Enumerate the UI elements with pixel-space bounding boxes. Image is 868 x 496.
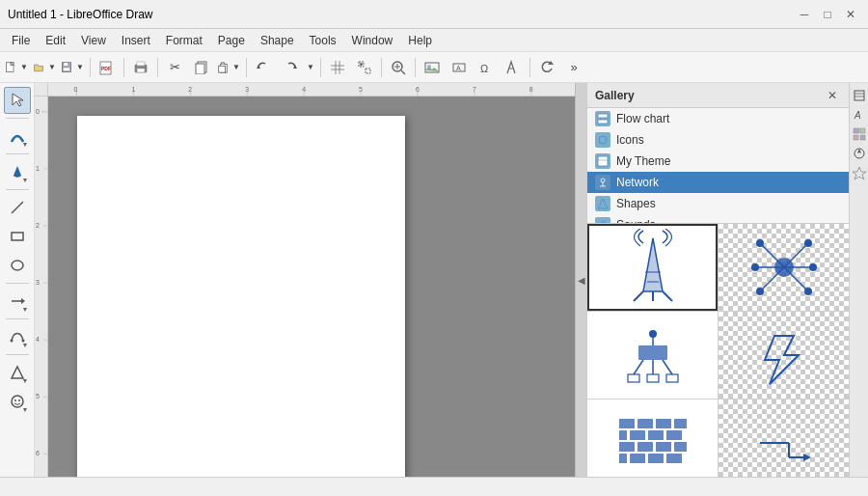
undo-button[interactable]	[251, 55, 276, 80]
svg-line-106	[760, 267, 784, 291]
gallery-button[interactable]	[851, 125, 868, 143]
open-dropdown[interactable]: ▼	[46, 55, 58, 80]
gallery-header: Gallery ✕	[587, 83, 849, 108]
menu-view[interactable]: View	[73, 32, 114, 49]
canvas-inner[interactable]	[48, 96, 575, 477]
menu-file[interactable]: File	[4, 32, 38, 49]
save-button[interactable]	[60, 55, 73, 80]
line-color-tool[interactable]: ▼	[4, 123, 31, 150]
svg-text:3: 3	[36, 279, 40, 286]
more-button[interactable]: »	[561, 55, 586, 80]
svg-text:6: 6	[416, 86, 420, 93]
paste-dropdown[interactable]: ▼	[231, 55, 242, 80]
arrow-tool[interactable]: ▼	[4, 288, 31, 315]
new-dropdown[interactable]: ▼	[18, 55, 30, 80]
menu-tools[interactable]: Tools	[302, 32, 344, 49]
image-button[interactable]	[420, 55, 445, 80]
svg-rect-132	[630, 454, 645, 463]
shapes-tool[interactable]: ▼	[4, 359, 31, 386]
svg-text:5: 5	[36, 393, 40, 400]
gallery-list[interactable]: Flow chart Icons My Theme Network	[587, 108, 849, 224]
print-button[interactable]	[128, 55, 153, 80]
canvas-area[interactable]: 0 1 2 3 4 5 6 7 8	[35, 83, 575, 477]
open-button[interactable]	[32, 55, 45, 80]
maximize-button[interactable]: □	[818, 5, 837, 24]
gallery-item-mytheme[interactable]: My Theme	[587, 151, 849, 172]
copy-button[interactable]	[189, 55, 214, 80]
close-button[interactable]: ✕	[841, 5, 860, 24]
svg-rect-130	[674, 442, 687, 452]
special-char-button[interactable]: Ω	[474, 55, 499, 80]
rotate-button[interactable]	[534, 55, 559, 80]
gallery-close-button[interactable]: ✕	[824, 87, 841, 104]
svg-text:PDF: PDF	[101, 66, 111, 71]
paste-button-group: ▼	[216, 55, 242, 80]
gallery-thumb-2[interactable]	[719, 224, 849, 311]
svg-line-92	[634, 291, 643, 301]
curve-dropdown[interactable]: ▼	[22, 342, 29, 348]
gallery-thumb-5[interactable]	[587, 400, 718, 477]
paste-button[interactable]	[216, 55, 230, 80]
export-button[interactable]: PDF	[95, 55, 120, 80]
ellipse-tool[interactable]	[4, 252, 31, 279]
fill-color-tool[interactable]: ▼	[4, 158, 31, 185]
sep1	[90, 58, 91, 77]
gallery-thumb-4[interactable]	[719, 312, 849, 399]
zoom-button[interactable]	[386, 55, 411, 80]
svg-rect-139	[854, 91, 864, 100]
snap-button[interactable]	[352, 55, 377, 80]
gallery-item-icons[interactable]: Icons	[587, 129, 849, 151]
gallery-thumb-6[interactable]	[719, 400, 849, 477]
svg-point-101	[804, 239, 812, 247]
curve-tool[interactable]: ▼	[4, 323, 31, 350]
menu-insert[interactable]: Insert	[114, 32, 158, 49]
collapse-handle[interactable]: ◀	[575, 83, 586, 477]
gallery-thumb-1[interactable]	[587, 224, 718, 311]
gallery-thumb-3[interactable]	[587, 312, 718, 399]
svg-text:0: 0	[36, 108, 40, 115]
minimize-button[interactable]: ─	[795, 5, 814, 24]
effects-button[interactable]	[851, 164, 868, 181]
svg-point-86	[601, 179, 605, 182]
arrow-dropdown[interactable]: ▼	[22, 306, 29, 313]
rectangle-tool[interactable]	[4, 223, 31, 250]
fontwork-button[interactable]	[501, 55, 526, 80]
select-tool[interactable]	[4, 87, 31, 114]
svg-marker-89	[598, 199, 608, 208]
smiley-dropdown[interactable]: ▼	[22, 406, 29, 413]
menubar: File Edit View Insert Format Page Shape …	[0, 29, 868, 52]
ruler-corner	[35, 83, 48, 96]
menu-shape[interactable]: Shape	[253, 32, 302, 49]
menu-edit[interactable]: Edit	[38, 32, 73, 49]
fill-color-dropdown[interactable]: ▼	[22, 177, 29, 183]
menu-window[interactable]: Window	[344, 32, 401, 49]
gallery-item-network-icon	[595, 175, 610, 190]
svg-text:Ω: Ω	[480, 63, 488, 74]
gallery-item-shapes[interactable]: Shapes	[587, 193, 849, 214]
line-color-dropdown[interactable]: ▼	[22, 141, 29, 148]
properties-button[interactable]	[851, 87, 868, 104]
grid-button[interactable]	[325, 55, 350, 80]
line-tool[interactable]	[4, 194, 31, 221]
smiley-tool[interactable]: ▼	[4, 388, 31, 415]
styles-button[interactable]: A	[851, 106, 868, 124]
new-button[interactable]	[4, 55, 17, 80]
gallery-item-network[interactable]: Network	[587, 172, 849, 193]
navigator-button[interactable]	[851, 145, 868, 162]
cut-button[interactable]: ✂	[162, 55, 187, 80]
shapes-dropdown[interactable]: ▼	[22, 377, 29, 384]
undo-dropdown[interactable]: ▼	[305, 55, 316, 80]
svg-rect-119	[619, 419, 635, 428]
gallery-item-sounds-icon	[595, 217, 610, 224]
save-dropdown[interactable]: ▼	[74, 55, 86, 80]
menu-help[interactable]: Help	[400, 32, 440, 49]
lt-sep5	[6, 318, 29, 319]
menu-format[interactable]: Format	[158, 32, 210, 49]
gallery-item-flowchart[interactable]: Flow chart	[587, 108, 849, 129]
gallery-item-sounds[interactable]: Sounds	[587, 214, 849, 224]
svg-rect-122	[674, 419, 687, 428]
titlebar: Untitled 1 - LibreOffice Draw ─ □ ✕	[0, 0, 868, 29]
redo-button[interactable]	[278, 55, 303, 80]
menu-page[interactable]: Page	[210, 32, 253, 49]
textbox-button[interactable]: A	[447, 55, 472, 80]
